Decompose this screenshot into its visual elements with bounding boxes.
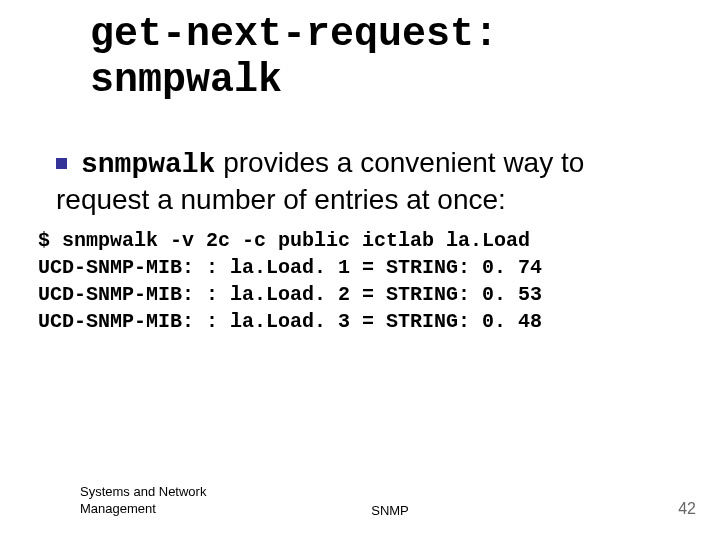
code-line-3: UCD-SNMP-MIB: : la.Load. 2 = STRING: 0. …: [38, 283, 542, 306]
footer-center: SNMP: [0, 503, 720, 518]
bullet-square-icon: [56, 158, 67, 169]
code-line-2: UCD-SNMP-MIB: : la.Load. 1 = STRING: 0. …: [38, 256, 542, 279]
slide: get-next-request: snmpwalk snmpwalk prov…: [0, 0, 720, 540]
footer-center-text: SNMP: [371, 503, 409, 518]
title-line-2: snmpwalk: [90, 58, 282, 103]
code-line-1: $ snmpwalk -v 2c -c public ictlab la.Loa…: [38, 229, 530, 252]
slide-title: get-next-request: snmpwalk: [90, 12, 680, 104]
page-number: 42: [678, 500, 696, 518]
code-line-4: UCD-SNMP-MIB: : la.Load. 3 = STRING: 0. …: [38, 310, 542, 333]
bullet-code-word: snmpwalk: [81, 149, 215, 180]
bullet-item: snmpwalk provides a convenient way to re…: [56, 145, 680, 217]
code-block: $ snmpwalk -v 2c -c public ictlab la.Loa…: [38, 227, 680, 335]
footer-left-line-1: Systems and Network: [80, 484, 206, 499]
title-line-1: get-next-request:: [90, 12, 498, 57]
